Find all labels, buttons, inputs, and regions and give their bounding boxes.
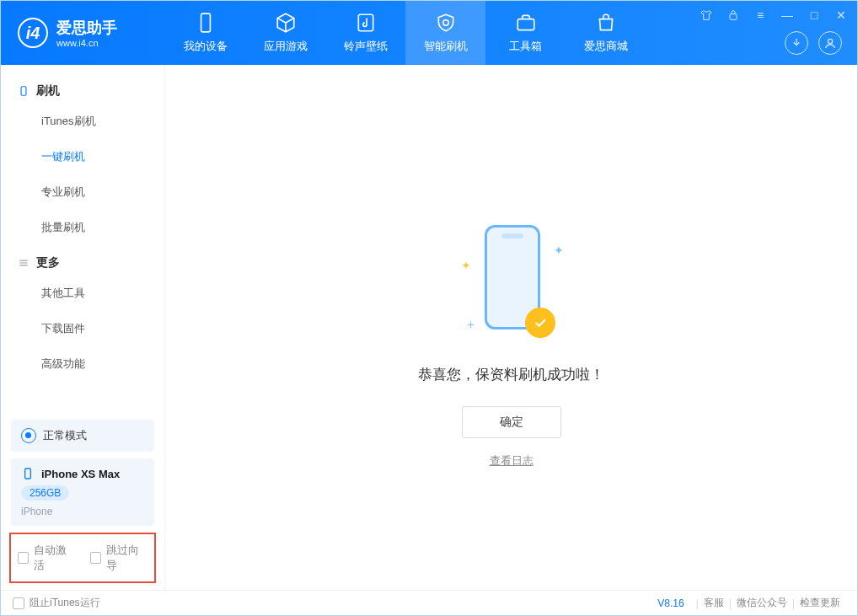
sidebar-item-oneclick[interactable]: 一键刷机	[1, 139, 164, 174]
logo: i4 爱思助手 www.i4.cn	[1, 18, 165, 48]
nav-label: 应用游戏	[264, 39, 308, 54]
support-link[interactable]: 客服	[699, 596, 729, 610]
phone-icon	[195, 12, 217, 34]
list-icon	[18, 257, 29, 269]
check-update-link[interactable]: 检查更新	[795, 596, 845, 610]
refresh-shield-icon	[435, 12, 457, 34]
opt-label: 跳过向导	[106, 543, 147, 573]
header-actions	[785, 31, 842, 55]
sparkle-icon: ✦	[461, 259, 471, 272]
nav-tab-store[interactable]: 爱思商城	[566, 1, 646, 65]
version-label: V8.16	[657, 597, 684, 609]
nav-label: 爱思商城	[584, 39, 628, 54]
app-subtitle: www.i4.cn	[56, 38, 117, 48]
nav-tab-ringtone[interactable]: 铃声壁纸	[325, 1, 405, 65]
device-phone-icon	[21, 467, 35, 480]
sparkle-icon: ✦	[554, 244, 564, 257]
group-label: 刷机	[36, 83, 60, 99]
svg-point-4	[828, 39, 832, 43]
svg-rect-1	[358, 14, 373, 31]
phone-small-icon	[18, 85, 29, 97]
lock-icon[interactable]	[726, 8, 741, 23]
nav-label: 铃声壁纸	[344, 39, 388, 54]
device-capacity: 256GB	[21, 485, 69, 501]
svg-rect-5	[21, 87, 26, 96]
sidebar-item-itunes[interactable]: iTunes刷机	[1, 104, 164, 139]
bag-icon	[595, 12, 617, 34]
device-type: iPhone	[21, 506, 144, 517]
flash-options-row: 自动激活 跳过向导	[9, 533, 156, 583]
nav-label: 工具箱	[509, 39, 542, 54]
sidebar-item-pro[interactable]: 专业刷机	[1, 174, 164, 210]
sidebar-item-firmware[interactable]: 下载固件	[1, 311, 164, 346]
sidebar-item-other[interactable]: 其他工具	[1, 276, 164, 311]
mode-indicator-icon	[21, 428, 36, 443]
nav-tab-toolbox[interactable]: 工具箱	[485, 1, 566, 65]
svg-rect-3	[730, 14, 737, 20]
sidebar-item-batch[interactable]: 批量刷机	[1, 210, 164, 245]
download-icon[interactable]	[785, 31, 808, 55]
nav-tab-flash[interactable]: 智能刷机	[405, 1, 485, 65]
sparkle-icon: +	[468, 318, 475, 331]
device-name: iPhone XS Max	[41, 468, 120, 480]
checkbox-skip-guide[interactable]: 跳过向导	[90, 543, 147, 573]
shirt-icon[interactable]	[699, 8, 714, 23]
nav-label: 我的设备	[184, 39, 228, 54]
app-header: i4 爱思助手 www.i4.cn 我的设备 应用游戏 铃声壁纸 智能刷机 工具…	[1, 1, 857, 65]
maximize-button[interactable]: □	[807, 8, 822, 23]
close-button[interactable]: ✕	[834, 8, 849, 23]
logo-icon: i4	[18, 18, 48, 48]
checkmark-badge-icon	[525, 308, 555, 338]
mode-box[interactable]: 正常模式	[11, 420, 154, 452]
device-box[interactable]: iPhone XS Max 256GB iPhone	[11, 458, 154, 526]
user-icon[interactable]	[818, 31, 842, 55]
view-log-link[interactable]: 查看日志	[490, 453, 534, 469]
sidebar: 刷机 iTunes刷机 一键刷机 专业刷机 批量刷机 更多 其他工具 下载固件 …	[1, 65, 165, 590]
cube-icon	[275, 12, 297, 34]
svg-rect-0	[201, 13, 210, 32]
svg-rect-2	[517, 19, 534, 30]
mode-label: 正常模式	[43, 428, 87, 443]
music-icon	[355, 12, 377, 34]
toolbox-icon	[515, 12, 537, 34]
minimize-button[interactable]: —	[780, 8, 795, 23]
ok-button[interactable]: 确定	[462, 406, 561, 438]
sidebar-group-flash: 刷机	[1, 73, 164, 104]
nav-tab-apps[interactable]: 应用游戏	[245, 1, 325, 65]
nav-tab-device[interactable]: 我的设备	[165, 1, 245, 65]
statusbar: 阻止iTunes运行 V8.16 | 客服 | 微信公众号 | 检查更新	[1, 590, 857, 615]
checkbox-block-itunes[interactable]: 阻止iTunes运行	[13, 596, 100, 610]
menu-icon[interactable]: ≡	[753, 8, 768, 23]
success-illustration: ✦ ✦ +	[444, 225, 579, 343]
success-message: 恭喜您，保资料刷机成功啦！	[418, 365, 604, 384]
wechat-link[interactable]: 微信公众号	[732, 596, 792, 610]
opt-label: 阻止iTunes运行	[29, 596, 100, 610]
group-label: 更多	[36, 255, 60, 271]
opt-label: 自动激活	[34, 543, 75, 573]
nav-label: 智能刷机	[424, 39, 468, 54]
sidebar-group-more: 更多	[1, 245, 164, 276]
checkbox-auto-activate[interactable]: 自动激活	[18, 543, 75, 573]
app-title: 爱思助手	[56, 18, 117, 38]
sidebar-item-advanced[interactable]: 高级功能	[1, 346, 164, 382]
main-nav: 我的设备 应用游戏 铃声壁纸 智能刷机 工具箱 爱思商城	[165, 1, 646, 65]
titlebar-controls: ≡ — □ ✕	[699, 8, 849, 23]
main-content: ✦ ✦ + 恭喜您，保资料刷机成功啦！ 确定 查看日志	[165, 65, 857, 590]
svg-rect-6	[25, 469, 31, 479]
